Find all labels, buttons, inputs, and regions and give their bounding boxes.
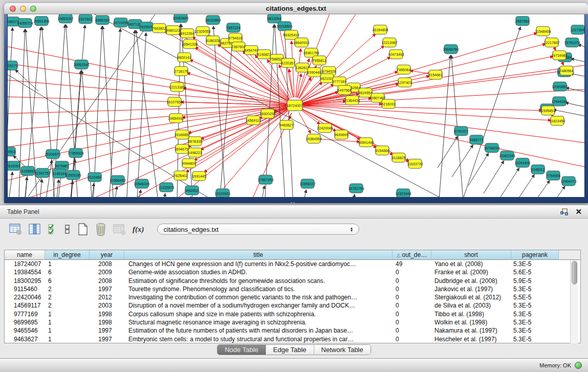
- yellow-node[interactable]: 1595851: [541, 106, 555, 115]
- table-row[interactable]: 1830029562008Estimation of significance …: [5, 277, 580, 285]
- yellow-node[interactable]: 9802141: [177, 53, 191, 62]
- teal-node[interactable]: 12404773: [560, 177, 576, 186]
- teal-node[interactable]: 2703170: [8, 61, 18, 70]
- yellow-node[interactable]: 22420046: [317, 123, 333, 133]
- memory-status-indicator[interactable]: [575, 362, 582, 369]
- teal-node[interactable]: 9134503: [8, 147, 16, 156]
- teal-node[interactable]: 10053829: [172, 14, 188, 23]
- window-titlebar[interactable]: citations_edges.txt: [4, 3, 588, 14]
- teal-node[interactable]: 7815051: [8, 161, 20, 170]
- yellow-node[interactable]: 19734983: [551, 51, 567, 60]
- teal-node[interactable]: 1145194: [53, 169, 67, 178]
- table-source-selector[interactable]: citations_edges.txt ▲▼: [157, 224, 359, 235]
- yellow-node[interactable]: 8912394: [180, 29, 194, 38]
- yellow-node[interactable]: 18300295: [259, 109, 275, 118]
- yellow-node[interactable]: 7485064: [397, 65, 410, 74]
- teal-node[interactable]: 16782759: [348, 184, 364, 193]
- tab-node-table[interactable]: Node Table: [217, 345, 266, 355]
- network-canvas[interactable]: 2248371814055724206914061065326715276026…: [7, 14, 585, 197]
- yellow-node[interactable]: 16591448: [358, 138, 374, 147]
- teal-node[interactable]: 17359928: [68, 148, 83, 158]
- yellow-node[interactable]: 8186328: [206, 36, 220, 45]
- yellow-node[interactable]: 1498223: [188, 148, 202, 157]
- teal-node[interactable]: 9245012: [531, 165, 545, 174]
- yellow-node[interactable]: 9699695: [334, 130, 348, 139]
- yellow-node[interactable]: 6216031: [381, 99, 395, 108]
- teal-node[interactable]: 7857224: [226, 23, 240, 32]
- yellow-node[interactable]: 9463627: [279, 120, 293, 129]
- table-row[interactable]: 1872400712008Changes of HCN gene express…: [5, 260, 580, 268]
- yellow-node[interactable]: 6118825: [392, 153, 406, 162]
- teal-node[interactable]: 10962345: [499, 151, 515, 160]
- teal-node[interactable]: 9462810: [185, 186, 199, 195]
- teal-node[interactable]: 25206575: [45, 149, 60, 159]
- tab-network-table[interactable]: Network Table: [314, 345, 371, 355]
- yellow-node[interactable]: 9154661: [428, 70, 442, 79]
- close-window-button[interactable]: [10, 6, 16, 12]
- yellow-node[interactable]: 7663822: [152, 24, 166, 33]
- teal-node[interactable]: 11156863: [20, 166, 35, 176]
- teal-node[interactable]: 1117304: [571, 25, 584, 34]
- yellow-node[interactable]: 16541208: [182, 39, 198, 49]
- yellow-node[interactable]: 12213383: [169, 82, 185, 92]
- yellow-node[interactable]: 9777169: [332, 77, 346, 86]
- row-options-icon[interactable]: [64, 223, 71, 236]
- function-builder-icon[interactable]: f(x): [133, 223, 144, 236]
- yellow-node[interactable]: 11633720: [407, 159, 423, 168]
- yellow-node[interactable]: 18640910: [293, 38, 309, 47]
- yellow-node[interactable]: 21364436: [344, 96, 360, 105]
- teal-node[interactable]: 16033809: [205, 15, 221, 25]
- create-table-icon[interactable]: [77, 223, 89, 236]
- select-all-rows-icon[interactable]: [48, 223, 58, 236]
- yellow-node[interactable]: 19384554: [306, 134, 321, 143]
- yellow-node[interactable]: 8454749: [244, 46, 258, 55]
- column-header-in_degree[interactable]: in_degree: [45, 250, 90, 259]
- zoom-window-button[interactable]: [30, 6, 36, 12]
- column-header-out_de[interactable]: △out_de…: [393, 250, 431, 259]
- table-row[interactable]: 911546021997Tourette syndrome. Phenomeno…: [5, 285, 580, 293]
- float-panel-icon[interactable]: [560, 208, 568, 215]
- yellow-node[interactable]: 18724007: [287, 100, 302, 111]
- teal-node[interactable]: 12505185: [65, 170, 81, 180]
- teal-node[interactable]: 12093857: [552, 82, 568, 91]
- yellow-node[interactable]: 14569117: [246, 116, 262, 125]
- teal-node[interactable]: 7754906: [546, 171, 560, 180]
- yellow-node[interactable]: 9754616: [228, 33, 242, 42]
- teal-node[interactable]: 20691406: [33, 16, 49, 26]
- close-panel-icon[interactable]: ✕: [575, 208, 582, 215]
- table-row[interactable]: 977716911998Corpus callosum shape and si…: [5, 310, 580, 318]
- teal-node[interactable]: 14055724: [17, 18, 33, 28]
- column-header-name[interactable]: name: [5, 250, 45, 259]
- column-header-short[interactable]: short: [431, 250, 511, 259]
- teal-node[interactable]: 16648784: [443, 45, 459, 54]
- table-row[interactable]: 2242004622012Investigating the contribut…: [5, 293, 580, 301]
- tab-edge-table[interactable]: Edge Table: [266, 345, 314, 355]
- scrollbar-thumb[interactable]: [572, 261, 577, 285]
- yellow-node[interactable]: 16154808: [372, 25, 388, 34]
- yellow-node[interactable]: 9994804: [182, 159, 195, 168]
- yellow-node[interactable]: 11548408: [535, 27, 551, 36]
- table-row[interactable]: 946362711997Embryonic stem cells: a mode…: [5, 335, 580, 343]
- column-header-pagerank[interactable]: pagerank: [511, 250, 559, 259]
- yellow-node[interactable]: 16107554: [166, 97, 182, 106]
- teal-node[interactable]: 10653267: [57, 14, 73, 23]
- yellow-node[interactable]: 1297403: [398, 78, 411, 87]
- table-vertical-scrollbar[interactable]: [570, 260, 578, 343]
- teal-node[interactable]: 9485771: [469, 135, 483, 144]
- panel-splitter-handle[interactable]: [290, 202, 295, 204]
- yellow-node[interactable]: 7955812: [312, 56, 326, 65]
- network-graph[interactable]: 2248371814055724206914061065326715276026…: [8, 14, 584, 197]
- teal-node[interactable]: 7615526: [139, 22, 153, 31]
- yellow-node[interactable]: 6497568: [337, 85, 351, 95]
- teal-node[interactable]: 6791917: [454, 126, 468, 136]
- yellow-node[interactable]: 9146821: [257, 50, 271, 59]
- table-row[interactable]: 1456911722003Disruption of a novel membe…: [5, 301, 580, 310]
- column-header-year[interactable]: year: [90, 250, 124, 259]
- yellow-node[interactable]: 1691445: [192, 171, 206, 181]
- teal-node[interactable]: 11235675: [159, 183, 175, 192]
- teal-node[interactable]: 12342757: [34, 168, 50, 178]
- delete-table-icon[interactable]: [95, 223, 106, 236]
- table-row[interactable]: 969969511998Structural magnetic resonanc…: [5, 318, 580, 326]
- teal-node[interactable]: 19218506: [276, 21, 292, 31]
- yellow-node[interactable]: 19166857: [174, 130, 190, 139]
